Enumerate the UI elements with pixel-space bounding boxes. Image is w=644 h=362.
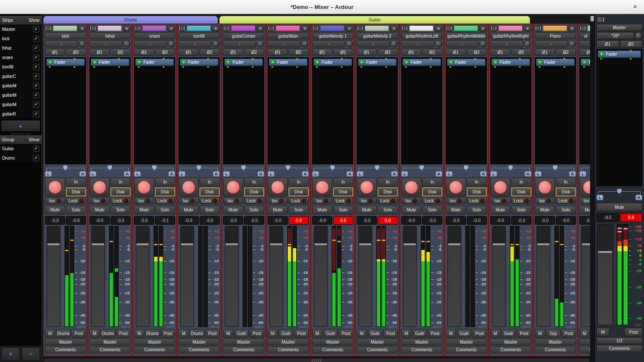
solo-isolate-button[interactable]: Iso [579,197,590,204]
remove-group-button[interactable]: − [22,347,40,360]
gain-fader[interactable] [314,226,328,327]
strip-name-button[interactable]: guitarMelody 1 [312,33,353,39]
processor-box[interactable]: Fader [179,57,220,164]
group-visible-checkbox[interactable]: ✓ [33,155,39,161]
input-button[interactable]: - [490,40,523,47]
gain-fader[interactable] [225,226,239,327]
fader-handle[interactable] [226,243,238,245]
strip-narrow-button[interactable]: ↔ [89,25,96,32]
monitor-input-button[interactable]: In [244,178,264,187]
mono-button[interactable]: M [357,329,367,338]
processor-active-led[interactable] [360,60,364,65]
fader-handle[interactable] [181,243,193,245]
pan-right-button[interactable]: R [346,171,353,177]
strip-visible-checkbox[interactable]: ✓ [33,111,39,117]
solo-button[interactable]: Solo [511,205,531,214]
add-group-button[interactable]: + [2,347,20,360]
vertical-scrollbar-handle[interactable] [590,16,594,21]
panner-widget[interactable] [223,165,264,171]
strip-visible-checkbox[interactable]: ✓ [33,101,39,108]
processor-box[interactable]: Fader [45,57,86,164]
fader-processor-entry[interactable]: Fader [313,59,352,66]
strip-color-bar[interactable] [142,25,167,32]
monitor-input-button[interactable]: In [155,178,175,187]
master-phase-1-button[interactable]: Ø1 [596,40,619,48]
pan-right-button[interactable]: R [79,171,86,177]
group-button[interactable]: Guitr [412,329,427,338]
panner-widget[interactable] [89,165,131,171]
processor-active-led[interactable] [226,60,231,65]
solo-lock-button[interactable]: Lock [333,197,353,204]
add-strip-button[interactable]: + [1,120,40,131]
strip-color-bar[interactable] [587,25,590,32]
peak-display[interactable]: -0.0 [66,216,86,225]
solo-button[interactable]: Solo [422,205,442,214]
solo-button[interactable]: Solo [244,205,264,214]
peak-display[interactable]: -0.0 [556,216,576,225]
input-button[interactable]: - [401,40,434,47]
solo-button[interactable]: Solo [467,205,487,214]
processor-box[interactable]: Fader [401,57,442,164]
phase-invert-2-button[interactable]: Ø2 [467,48,487,56]
master-phase-2-button[interactable]: Ø2 [620,40,643,48]
panner-widget[interactable] [357,165,398,171]
fader-handle[interactable] [582,243,590,245]
output-button[interactable]: Master [535,338,576,345]
metering-point-button[interactable]: Post [561,329,576,338]
panner-widget[interactable] [401,165,442,171]
strip-color-bar[interactable] [275,25,300,32]
pan-left-button[interactable]: L [579,171,586,177]
strip-visible-checkbox[interactable]: ✓ [33,54,39,61]
fader-processor-entry[interactable]: Fader [91,59,129,66]
phase-invert-1-button[interactable]: Ø1 [268,48,288,56]
phase-invert-2-button[interactable]: Ø2 [556,48,576,56]
mono-button[interactable]: M [268,329,278,338]
trim-knob[interactable] [79,40,86,47]
solo-lock-button[interactable]: Lock [66,197,86,204]
gain-display[interactable]: -0.0 [312,216,332,225]
strip-name-button[interactable]: guitarRhythmRight [490,33,531,39]
strip-close-button[interactable]: ✕ [346,25,353,32]
solo-isolate-button[interactable]: Iso [89,197,110,204]
comments-button[interactable]: Comments [579,346,590,353]
comments-button[interactable]: Comments [312,346,353,353]
strip-close-button[interactable]: ✕ [123,25,131,32]
strip-color-bar[interactable] [543,25,567,32]
comments-button[interactable]: Comments [268,346,309,353]
sidebar-strip-item[interactable]: guitarM ✓ [0,91,42,100]
phase-invert-1-button[interactable]: Ø1 [179,48,199,56]
pan-left-button[interactable]: L [223,171,230,177]
sidebar-strip-item[interactable]: hihat ✓ [0,44,42,53]
monitor-disk-button[interactable]: Disk [333,187,353,196]
panner-widget[interactable] [490,165,531,171]
master-channel-view-button[interactable]: 1/2 [596,337,642,344]
processor-box[interactable]: Fader [223,57,264,164]
master-gain-display[interactable]: -9.5 [596,213,619,222]
mono-button[interactable]: M [223,329,233,338]
phase-invert-2-button[interactable]: Ø2 [378,48,398,56]
horizontal-scrollbar[interactable] [43,357,590,362]
master-narrow-button[interactable]: ↔ [596,17,606,23]
fader-handle[interactable] [404,243,416,245]
gain-display[interactable]: -0.0 [357,216,377,225]
monitor-disk-button[interactable]: Disk [110,187,131,196]
monitor-input-button[interactable]: In [289,178,309,187]
mute-button[interactable]: Mute [401,205,421,214]
mute-button[interactable]: Mute [223,205,243,214]
solo-lock-button[interactable]: Lock [511,197,531,204]
pan-left-button[interactable]: L [401,171,408,177]
comments-button[interactable]: Comments [134,346,175,353]
gain-display[interactable]: -0.0 [535,216,555,225]
pan-left-button[interactable]: L [490,171,497,177]
gain-display[interactable]: -0.0 [134,216,154,225]
strip-narrow-button[interactable]: ↔ [45,25,52,32]
processor-active-led[interactable] [137,60,142,65]
solo-button[interactable]: Solo [333,205,353,214]
monitor-disk-button[interactable]: Disk [556,187,576,196]
processor-active-led[interactable] [404,60,409,65]
phase-invert-1-button[interactable]: Ø1 [401,48,421,56]
solo-isolate-button[interactable]: Iso [490,197,510,204]
group-button[interactable]: Guitr [279,329,293,338]
solo-isolate-button[interactable]: Iso [535,197,555,204]
gain-display[interactable]: -0.0 [446,216,466,225]
